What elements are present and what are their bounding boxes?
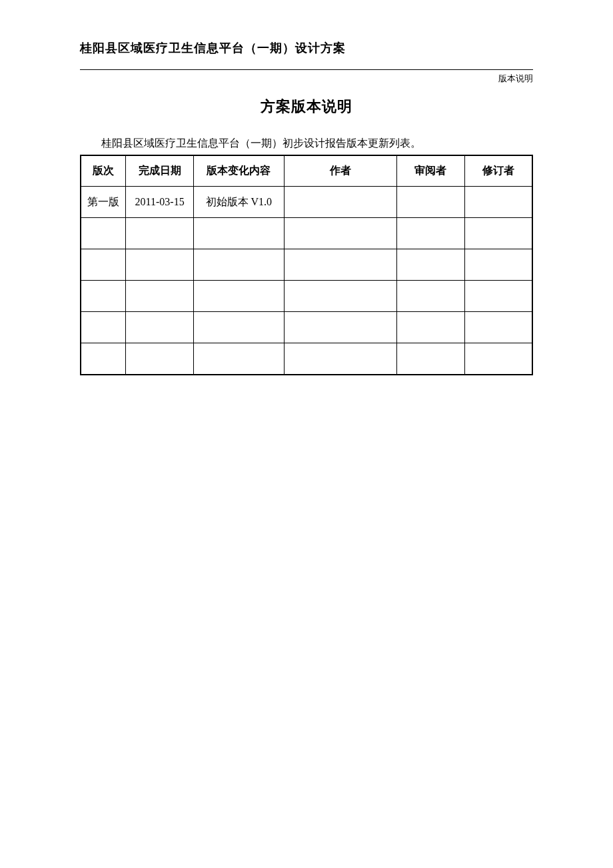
header-doc-title: 桂阳县区域医疗卫生信息平台（一期）设计方案 [80, 40, 533, 69]
table-row [81, 249, 532, 281]
cell-version [81, 249, 126, 281]
cell-author [284, 187, 397, 218]
cell-author [284, 249, 397, 281]
cell-change [193, 312, 284, 343]
cell-author [284, 218, 397, 249]
document-page: 桂阳县区域医疗卫生信息平台（一期）设计方案 版本说明 方案版本说明 桂阳县区域医… [0, 0, 613, 375]
col-header-reviewer: 审阅者 [397, 155, 465, 187]
cell-date [126, 343, 194, 375]
table-header-row: 版次 完成日期 版本变化内容 作者 审阅者 修订者 [81, 155, 532, 187]
table-caption: 桂阳县区域医疗卫生信息平台（一期）初步设计报告版本更新列表。 [80, 137, 533, 151]
col-header-date: 完成日期 [126, 155, 194, 187]
cell-reviser [464, 187, 532, 218]
cell-reviser [464, 218, 532, 249]
cell-date [126, 312, 194, 343]
col-header-author: 作者 [284, 155, 397, 187]
table-body: 第一版 2011-03-15 初始版本 V1.0 [81, 187, 532, 375]
cell-reviewer [397, 249, 465, 281]
cell-reviewer [397, 312, 465, 343]
cell-change: 初始版本 V1.0 [193, 187, 284, 218]
col-header-version: 版次 [81, 155, 126, 187]
cell-author [284, 312, 397, 343]
header-section-label: 版本说明 [80, 73, 533, 85]
table-row [81, 343, 532, 375]
cell-date [126, 218, 194, 249]
cell-reviewer [397, 187, 465, 218]
col-header-change: 版本变化内容 [193, 155, 284, 187]
cell-reviewer [397, 281, 465, 312]
cell-reviser [464, 312, 532, 343]
cell-reviser [464, 281, 532, 312]
table-row [81, 281, 532, 312]
cell-version [81, 218, 126, 249]
cell-author [284, 343, 397, 375]
cell-date [126, 281, 194, 312]
cell-author [284, 281, 397, 312]
cell-reviewer [397, 218, 465, 249]
table-row: 第一版 2011-03-15 初始版本 V1.0 [81, 187, 532, 218]
version-history-table: 版次 完成日期 版本变化内容 作者 审阅者 修订者 第一版 2011-03-15… [80, 155, 533, 375]
table-row [81, 312, 532, 343]
header-divider [80, 69, 533, 70]
cell-reviser [464, 343, 532, 375]
col-header-reviser: 修订者 [464, 155, 532, 187]
cell-version: 第一版 [81, 187, 126, 218]
cell-change [193, 218, 284, 249]
cell-reviewer [397, 343, 465, 375]
cell-version [81, 312, 126, 343]
cell-change [193, 249, 284, 281]
cell-version [81, 281, 126, 312]
page-title: 方案版本说明 [80, 97, 533, 117]
cell-change [193, 343, 284, 375]
cell-date: 2011-03-15 [126, 187, 194, 218]
cell-date [126, 249, 194, 281]
cell-change [193, 281, 284, 312]
table-row [81, 218, 532, 249]
cell-version [81, 343, 126, 375]
cell-reviser [464, 249, 532, 281]
